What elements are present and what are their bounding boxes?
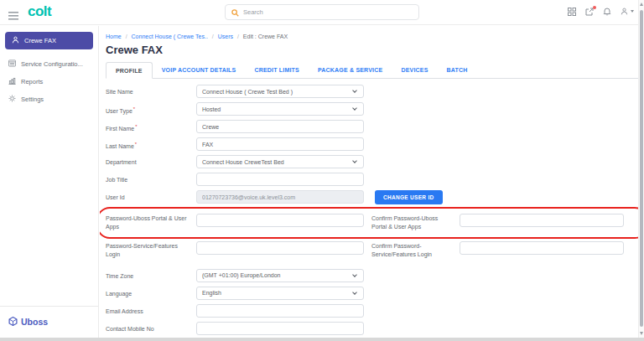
contact-mobile-input[interactable] — [196, 322, 364, 335]
scrollbar-thumb[interactable] — [640, 10, 643, 327]
uboss-logo: Uboss — [21, 317, 48, 327]
password-service-label: Password-Service/Features Login — [106, 241, 196, 259]
tab-profile[interactable]: PROFILE — [106, 62, 153, 79]
sidebar-item-label: Reports — [21, 78, 43, 85]
user-type-select[interactable]: Hosted — [196, 102, 364, 116]
sidebar-item-label: Crewe FAX — [24, 37, 56, 44]
password-portal-input[interactable] — [196, 214, 364, 227]
form-row-passwords-uboss: Password-Uboss Portal & User Apps Confir… — [106, 214, 638, 231]
job-title-label: Job Title — [106, 173, 196, 184]
apps-grid-icon[interactable] — [568, 8, 576, 16]
breadcrumb-site[interactable]: Connect House ( Crewe Tes.. — [132, 34, 208, 39]
search-icon — [231, 5, 239, 20]
form-row-job-title: Job Title — [106, 173, 638, 186]
form-row-first-name: First Name* — [106, 120, 638, 133]
password-service-input[interactable] — [196, 241, 364, 255]
sidebar-item-service-configuration[interactable]: Service Configuratio... — [0, 55, 98, 73]
bell-icon[interactable] — [603, 7, 611, 16]
breadcrumb-users[interactable]: Users — [218, 34, 233, 39]
form-row-language: Language English — [106, 287, 638, 300]
form-row-user-type: User Type* Hosted — [106, 102, 638, 116]
breadcrumb-home[interactable]: Home — [106, 34, 122, 39]
profile-form: Site Name Connect House ( Crewe Test Bed… — [106, 79, 638, 341]
sidebar-item-label: Service Configuratio... — [21, 60, 83, 68]
sidebar-item-crewe-fax[interactable]: Crewe FAX — [5, 32, 93, 49]
language-label: Language — [106, 287, 196, 298]
email-label: Email Address — [106, 304, 196, 316]
sidebar-item-settings[interactable]: Settings — [0, 90, 98, 108]
page-title: Crewe FAX — [106, 44, 638, 56]
chevron-down-icon — [352, 290, 357, 295]
tab-batch[interactable]: BATCH — [438, 62, 477, 78]
change-user-id-button[interactable]: CHANGE USER ID — [375, 190, 443, 204]
time-zone-label: Time Zone — [106, 269, 196, 281]
hamburger-menu-icon[interactable] — [8, 8, 18, 23]
chevron-down-icon — [352, 88, 357, 93]
scrollbar-down-arrow[interactable] — [640, 332, 643, 335]
job-title-input[interactable] — [196, 173, 364, 186]
vertical-scrollbar[interactable] — [638, 0, 644, 341]
last-name-input[interactable] — [196, 137, 364, 151]
required-mark: * — [135, 142, 137, 147]
external-link-icon[interactable] — [585, 8, 594, 16]
form-row-user-id: User Id CHANGE USER ID — [106, 190, 638, 204]
sidebar-item-reports[interactable]: Reports — [0, 73, 98, 90]
tab-voip-account-details[interactable]: VOIP ACCOUNT DETAILS — [153, 62, 246, 78]
notification-dot — [593, 6, 596, 9]
form-row-site-name: Site Name Connect House ( Crewe Test Bed… — [106, 85, 638, 98]
user-id-input — [196, 190, 364, 204]
breadcrumb-separator: / — [212, 34, 214, 39]
chevron-down-icon — [631, 10, 634, 13]
department-select[interactable]: Connect House CreweTest Bed — [196, 155, 364, 168]
email-input[interactable] — [196, 304, 364, 318]
tab-credit-limits[interactable]: CREDIT LIMITS — [245, 62, 309, 78]
site-name-label: Site Name — [106, 85, 196, 96]
global-search[interactable] — [225, 4, 419, 20]
app-window: colt — [0, 0, 644, 341]
password-portal-label: Password-Uboss Portal & User Apps — [106, 214, 196, 231]
language-select[interactable]: English — [196, 287, 364, 300]
department-label: Department — [106, 155, 196, 167]
scrollbar-up-arrow[interactable] — [640, 3, 643, 6]
user-type-value: Hosted — [202, 106, 221, 112]
first-name-label: First Name* — [106, 120, 196, 133]
sidebar-footer: Uboss — [0, 306, 98, 338]
sidebar: Crewe FAX Service Configuratio... Report… — [0, 26, 99, 341]
form-row-last-name: Last Name* — [106, 137, 638, 151]
site-name-select[interactable]: Connect House ( Crewe Test Bed ) — [196, 85, 364, 98]
form-row-contact-mobile: Contact Mobile No — [106, 322, 638, 335]
confirm-password-portal-label: Confirm Password-Uboss Portal & User App… — [371, 214, 460, 231]
breadcrumb: Home / Connect House ( Crewe Tes.. / Use… — [106, 34, 638, 39]
last-name-label: Last Name* — [106, 137, 196, 151]
breadcrumb-current: Edit : Crewe FAX — [243, 34, 288, 39]
confirm-password-service-label: Confirm Password-Service/Features Login — [371, 241, 460, 259]
user-icon — [12, 36, 19, 45]
tab-bar: PROFILE VOIP ACCOUNT DETAILS CREDIT LIMI… — [106, 62, 638, 79]
main-content: Home / Connect House ( Crewe Tes.. / Use… — [100, 26, 638, 341]
language-value: English — [202, 290, 221, 296]
sidebar-item-label: Settings — [21, 96, 44, 103]
first-name-input[interactable] — [196, 120, 364, 133]
chevron-down-icon — [352, 159, 357, 164]
user-id-label: User Id — [106, 190, 196, 202]
breadcrumb-separator: / — [237, 34, 239, 39]
breadcrumb-separator: / — [126, 34, 127, 39]
top-icons — [568, 7, 634, 16]
user-menu[interactable] — [621, 8, 634, 15]
site-name-value: Connect House ( Crewe Test Bed ) — [202, 89, 293, 95]
department-value: Connect House CreweTest Bed — [202, 159, 284, 165]
time-zone-value: (GMT +01:00) Europe/London — [202, 272, 280, 278]
user-type-label: User Type* — [106, 102, 196, 116]
chevron-down-icon — [352, 106, 357, 111]
tab-package-service[interactable]: PACKAGE & SERVICE — [309, 62, 392, 78]
window-bottom-edge — [0, 338, 644, 341]
time-zone-select[interactable]: (GMT +01:00) Europe/London — [196, 269, 364, 282]
contact-mobile-label: Contact Mobile No — [106, 322, 196, 333]
search-input[interactable] — [243, 8, 413, 16]
uboss-cube-icon — [8, 314, 18, 329]
confirm-password-portal-input[interactable] — [460, 214, 624, 227]
confirm-password-service-input[interactable] — [460, 241, 624, 255]
top-bar: colt — [0, 0, 644, 25]
required-mark: * — [133, 106, 135, 111]
tab-devices[interactable]: DEVICES — [392, 62, 437, 78]
